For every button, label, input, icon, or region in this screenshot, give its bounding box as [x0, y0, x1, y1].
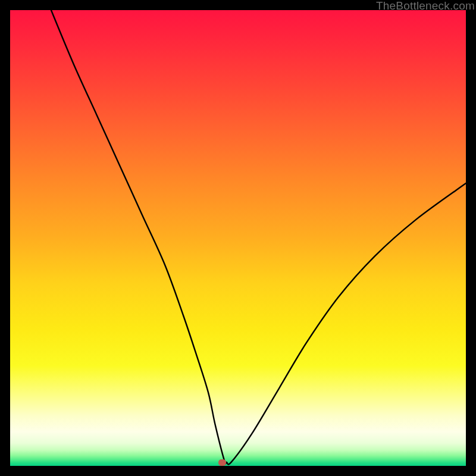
chart-stage: TheBottleneck.com — [0, 0, 476, 476]
gradient-plot-area — [10, 10, 466, 466]
optimum-marker — [218, 459, 226, 466]
bottleneck-curve — [10, 10, 466, 466]
watermark-text: TheBottleneck.com — [376, 0, 475, 12]
